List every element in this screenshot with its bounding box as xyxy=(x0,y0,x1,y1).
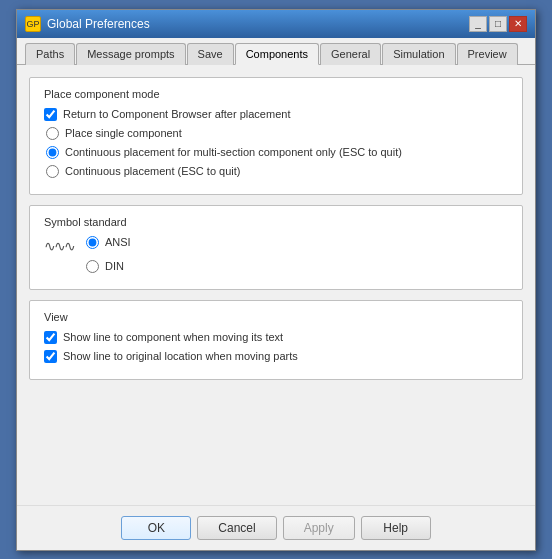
symbol-standard-title: Symbol standard xyxy=(44,216,508,228)
cancel-button[interactable]: Cancel xyxy=(197,516,276,540)
din-label[interactable]: DIN xyxy=(105,260,124,272)
view-section: View Show line to component when moving … xyxy=(29,300,523,380)
tab-general[interactable]: General xyxy=(320,43,381,65)
show-line-text-label[interactable]: Show line to component when moving its t… xyxy=(63,331,283,343)
symbol-standard-section: Symbol standard ∿∿∿ ANSI DIN xyxy=(29,205,523,290)
app-icon: GP xyxy=(25,16,41,32)
continuous-multi-label[interactable]: Continuous placement for multi-section c… xyxy=(65,146,402,158)
window-title: Global Preferences xyxy=(47,17,150,31)
show-line-original-checkbox[interactable] xyxy=(44,350,57,363)
title-buttons: _ □ ✕ xyxy=(469,16,527,32)
show-line-original-row: Show line to original location when movi… xyxy=(44,350,508,363)
continuous-row: Continuous placement (ESC to quit) xyxy=(44,165,508,178)
place-component-section: Place component mode Return to Component… xyxy=(29,77,523,195)
maximize-button[interactable]: □ xyxy=(489,16,507,32)
ansi-row: ANSI xyxy=(84,236,131,249)
return-to-browser-row: Return to Component Browser after placem… xyxy=(44,108,508,121)
continuous-multi-row: Continuous placement for multi-section c… xyxy=(44,146,508,159)
close-button[interactable]: ✕ xyxy=(509,16,527,32)
din-radio[interactable] xyxy=(86,260,99,273)
continuous-radio[interactable] xyxy=(46,165,59,178)
ok-button[interactable]: OK xyxy=(121,516,191,540)
tab-paths[interactable]: Paths xyxy=(25,43,75,65)
title-bar: GP Global Preferences _ □ ✕ xyxy=(17,10,535,38)
symbol-standard-inner: ∿∿∿ ANSI DIN xyxy=(44,236,508,279)
apply-button[interactable]: Apply xyxy=(283,516,355,540)
din-row: DIN xyxy=(84,260,131,273)
ansi-radio[interactable] xyxy=(86,236,99,249)
place-component-title: Place component mode xyxy=(44,88,508,100)
tab-content: Place component mode Return to Component… xyxy=(17,65,535,505)
bottom-bar: OK Cancel Apply Help xyxy=(17,505,535,550)
symbol-radio-group: ANSI DIN xyxy=(84,236,131,279)
wave-icon: ∿∿∿ xyxy=(44,238,74,254)
tab-simulation[interactable]: Simulation xyxy=(382,43,455,65)
place-single-radio[interactable] xyxy=(46,127,59,140)
tab-message-prompts[interactable]: Message prompts xyxy=(76,43,185,65)
help-button[interactable]: Help xyxy=(361,516,431,540)
place-single-row: Place single component xyxy=(44,127,508,140)
show-line-original-label[interactable]: Show line to original location when movi… xyxy=(63,350,298,362)
continuous-multi-radio[interactable] xyxy=(46,146,59,159)
view-title: View xyxy=(44,311,508,323)
tab-save[interactable]: Save xyxy=(187,43,234,65)
return-to-browser-label[interactable]: Return to Component Browser after placem… xyxy=(63,108,290,120)
minimize-button[interactable]: _ xyxy=(469,16,487,32)
show-line-text-checkbox[interactable] xyxy=(44,331,57,344)
tab-components[interactable]: Components xyxy=(235,43,319,65)
continuous-label[interactable]: Continuous placement (ESC to quit) xyxy=(65,165,240,177)
title-bar-left: GP Global Preferences xyxy=(25,16,150,32)
place-single-label[interactable]: Place single component xyxy=(65,127,182,139)
show-line-text-row: Show line to component when moving its t… xyxy=(44,331,508,344)
global-preferences-window: GP Global Preferences _ □ ✕ Paths Messag… xyxy=(16,9,536,551)
tab-preview[interactable]: Preview xyxy=(457,43,518,65)
tab-bar: Paths Message prompts Save Components Ge… xyxy=(17,38,535,65)
ansi-label[interactable]: ANSI xyxy=(105,236,131,248)
return-to-browser-checkbox[interactable] xyxy=(44,108,57,121)
